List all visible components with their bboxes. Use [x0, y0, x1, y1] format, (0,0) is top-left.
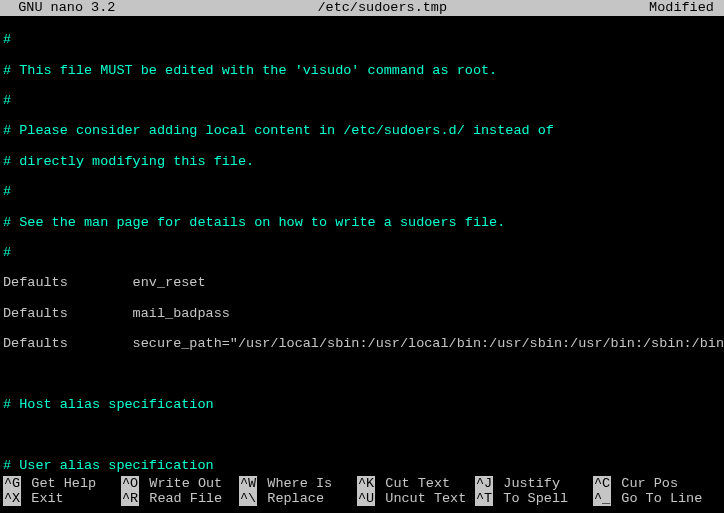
app-name: GNU nano 3.2	[2, 0, 115, 15]
shortcut-item[interactable]: ^C Cur Pos	[593, 476, 711, 491]
shortcut-item[interactable]: ^\ Replace	[239, 491, 357, 506]
shortcut-key: ^K	[357, 476, 375, 491]
shortcut-desc: Justify	[493, 476, 560, 491]
file-line	[3, 367, 721, 382]
shortcut-desc: Get Help	[21, 476, 96, 491]
shortcut-desc: Replace	[257, 491, 324, 506]
shortcut-row: ^G Get Help^O Write Out^W Where Is^K Cut…	[3, 476, 721, 491]
shortcut-item[interactable]: ^T To Spell	[475, 491, 593, 506]
shortcut-key: ^\	[239, 491, 257, 506]
file-line: # Please consider adding local content i…	[3, 123, 721, 138]
shortcut-key: ^W	[239, 476, 257, 491]
shortcut-key: ^C	[593, 476, 611, 491]
shortcut-item[interactable]: ^O Write Out	[121, 476, 239, 491]
shortcut-key: ^R	[121, 491, 139, 506]
shortcut-key: ^_	[593, 491, 611, 506]
shortcut-key: ^X	[3, 491, 21, 506]
shortcut-item[interactable]: ^X Exit	[3, 491, 121, 506]
shortcut-item[interactable]: ^K Cut Text	[357, 476, 475, 491]
file-line: Defaults env_reset	[3, 275, 721, 290]
shortcut-desc: Write Out	[139, 476, 222, 491]
file-line: Defaults mail_badpass	[3, 306, 721, 321]
shortcut-item[interactable]: ^R Read File	[121, 491, 239, 506]
shortcut-desc: Where Is	[257, 476, 332, 491]
shortcut-item[interactable]: ^W Where Is	[239, 476, 357, 491]
file-line: #	[3, 184, 721, 199]
file-line: # See the man page for details on how to…	[3, 215, 721, 230]
shortcut-desc: Go To Line	[611, 491, 702, 506]
shortcut-desc: Cur Pos	[611, 476, 678, 491]
shortcut-item[interactable]: ^_ Go To Line	[593, 491, 711, 506]
shortcut-desc: Cut Text	[375, 476, 450, 491]
file-line: Defaults secure_path="/usr/local/sbin:/u…	[3, 336, 721, 351]
shortcut-desc: Uncut Text	[375, 491, 466, 506]
title-bar: GNU nano 3.2 /etc/sudoers.tmp Modified	[0, 0, 724, 16]
shortcut-key: ^T	[475, 491, 493, 506]
modified-indicator: Modified	[649, 0, 722, 15]
shortcut-key: ^U	[357, 491, 375, 506]
shortcut-bar: ^G Get Help^O Write Out^W Where Is^K Cut…	[3, 476, 721, 506]
shortcut-key: ^G	[3, 476, 21, 491]
file-line: # User alias specification	[3, 458, 721, 473]
file-line: #	[3, 245, 721, 260]
shortcut-desc: Exit	[21, 491, 64, 506]
shortcut-key: ^O	[121, 476, 139, 491]
shortcut-key: ^J	[475, 476, 493, 491]
file-line: # This file MUST be edited with the 'vis…	[3, 63, 721, 78]
file-line	[3, 427, 721, 442]
file-line: # directly modifying this file.	[3, 154, 721, 169]
editor-area[interactable]: # # This file MUST be edited with the 'v…	[0, 16, 724, 513]
shortcut-item[interactable]: ^U Uncut Text	[357, 491, 475, 506]
file-line: #	[3, 93, 721, 108]
file-line: #	[3, 32, 721, 47]
shortcut-desc: To Spell	[493, 491, 568, 506]
shortcut-item[interactable]: ^G Get Help	[3, 476, 121, 491]
shortcut-item[interactable]: ^J Justify	[475, 476, 593, 491]
shortcut-row: ^X Exit^R Read File^\ Replace^U Uncut Te…	[3, 491, 721, 506]
file-path: /etc/sudoers.tmp	[317, 0, 447, 15]
file-line: # Host alias specification	[3, 397, 721, 412]
shortcut-desc: Read File	[139, 491, 222, 506]
